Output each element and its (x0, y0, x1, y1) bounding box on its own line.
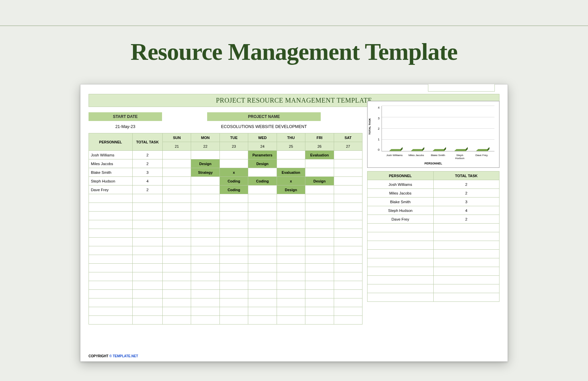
cell-empty[interactable] (334, 316, 362, 325)
cell-empty[interactable] (191, 229, 219, 238)
cell-day[interactable] (219, 159, 248, 168)
cell-empty[interactable] (163, 238, 191, 246)
cell-empty[interactable] (191, 290, 219, 298)
cell-empty[interactable] (89, 255, 133, 264)
cell-empty[interactable] (132, 246, 162, 255)
cell-empty[interactable] (163, 203, 191, 212)
cell-day[interactable] (163, 185, 191, 194)
cell-empty[interactable] (191, 298, 219, 307)
cell-empty[interactable] (305, 281, 334, 290)
cell-day[interactable] (334, 177, 362, 185)
cell-empty[interactable] (163, 255, 191, 264)
cell-day[interactable]: Coding (219, 185, 248, 194)
cell-empty[interactable] (305, 290, 334, 298)
cell-empty[interactable] (219, 238, 248, 246)
cell-day[interactable] (191, 177, 219, 185)
cell-day[interactable] (334, 151, 362, 159)
cell-empty[interactable] (277, 229, 305, 238)
cell-day[interactable] (219, 151, 248, 159)
cell-empty[interactable] (191, 272, 219, 281)
cell-empty[interactable] (191, 255, 219, 264)
cell-empty[interactable] (305, 307, 334, 316)
cell-empty[interactable] (334, 220, 362, 229)
cell-empty[interactable] (132, 281, 162, 290)
cell-total[interactable]: 3 (433, 198, 499, 206)
cell-empty[interactable] (277, 281, 305, 290)
cell-empty[interactable] (248, 290, 277, 298)
cell-empty[interactable] (248, 264, 277, 272)
cell-personnel[interactable]: Miles Jacobs (368, 189, 434, 198)
cell-empty[interactable] (277, 298, 305, 307)
cell-empty[interactable] (334, 203, 362, 212)
cell-empty[interactable] (132, 220, 162, 229)
cell-empty[interactable] (191, 194, 219, 203)
cell-day[interactable]: Coding (248, 177, 277, 185)
cell-empty[interactable] (305, 272, 334, 281)
cell-empty[interactable] (305, 264, 334, 272)
cell-empty[interactable] (248, 246, 277, 255)
cell-empty[interactable] (132, 229, 162, 238)
cell-empty[interactable] (433, 267, 499, 276)
cell-empty[interactable] (248, 272, 277, 281)
cell-empty[interactable] (248, 229, 277, 238)
cell-empty[interactable] (277, 272, 305, 281)
cell-empty[interactable] (89, 229, 133, 238)
cell-empty[interactable] (191, 212, 219, 220)
cell-empty[interactable] (334, 246, 362, 255)
cell-personnel[interactable]: Miles Jacobs (89, 159, 133, 168)
cell-empty[interactable] (277, 264, 305, 272)
cell-day[interactable] (248, 185, 277, 194)
cell-empty[interactable] (163, 229, 191, 238)
cell-day[interactable] (191, 185, 219, 194)
cell-empty[interactable] (433, 276, 499, 284)
cell-empty[interactable] (305, 238, 334, 246)
cell-empty[interactable] (277, 246, 305, 255)
cell-personnel[interactable]: Dave Frey (368, 215, 434, 224)
cell-day[interactable] (163, 151, 191, 159)
cell-total[interactable]: 2 (132, 159, 162, 168)
cell-total[interactable]: 2 (433, 180, 499, 189)
cell-day[interactable] (305, 185, 334, 194)
cell-empty[interactable] (334, 255, 362, 264)
cell-empty[interactable] (89, 203, 133, 212)
cell-empty[interactable] (163, 281, 191, 290)
cell-empty[interactable] (248, 220, 277, 229)
cell-empty[interactable] (305, 246, 334, 255)
cell-empty[interactable] (191, 307, 219, 316)
cell-empty[interactable] (132, 316, 162, 325)
cell-day[interactable] (163, 177, 191, 185)
copyright-link[interactable]: © TEMPLATE.NET (109, 354, 138, 358)
cell-empty[interactable] (368, 267, 434, 276)
cell-empty[interactable] (368, 284, 434, 293)
cell-empty[interactable] (305, 194, 334, 203)
cell-empty[interactable] (132, 194, 162, 203)
cell-empty[interactable] (219, 264, 248, 272)
cell-empty[interactable] (219, 203, 248, 212)
cell-day[interactable] (334, 159, 362, 168)
cell-empty[interactable] (368, 224, 434, 232)
cell-day[interactable]: x (219, 168, 248, 177)
cell-personnel[interactable]: Blake Smith (368, 198, 434, 206)
cell-empty[interactable] (163, 316, 191, 325)
cell-empty[interactable] (334, 298, 362, 307)
cell-empty[interactable] (132, 203, 162, 212)
cell-personnel[interactable]: Steph Hudson (368, 206, 434, 215)
cell-personnel[interactable]: Josh Williams (89, 151, 133, 159)
cell-empty[interactable] (277, 255, 305, 264)
cell-empty[interactable] (248, 238, 277, 246)
cell-day[interactable]: Parameters (248, 151, 277, 159)
cell-empty[interactable] (368, 276, 434, 284)
cell-empty[interactable] (334, 194, 362, 203)
cell-empty[interactable] (334, 290, 362, 298)
cell-empty[interactable] (248, 194, 277, 203)
cell-empty[interactable] (305, 203, 334, 212)
cell-empty[interactable] (334, 238, 362, 246)
cell-empty[interactable] (219, 255, 248, 264)
cell-day[interactable] (305, 168, 334, 177)
cell-empty[interactable] (219, 194, 248, 203)
cell-empty[interactable] (191, 220, 219, 229)
cell-total[interactable]: 2 (132, 185, 162, 194)
cell-empty[interactable] (433, 232, 499, 241)
cell-day[interactable] (248, 168, 277, 177)
cell-empty[interactable] (163, 220, 191, 229)
